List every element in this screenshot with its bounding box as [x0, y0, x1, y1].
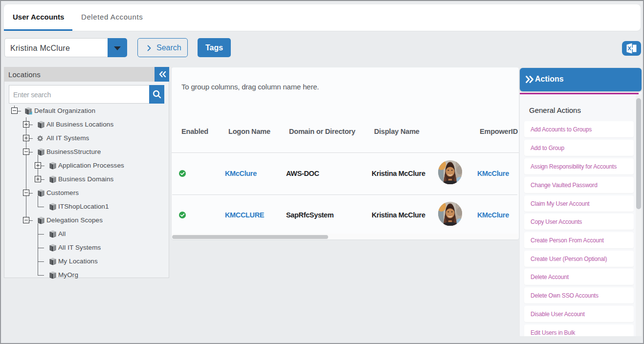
svg-text:X: X — [627, 45, 631, 51]
